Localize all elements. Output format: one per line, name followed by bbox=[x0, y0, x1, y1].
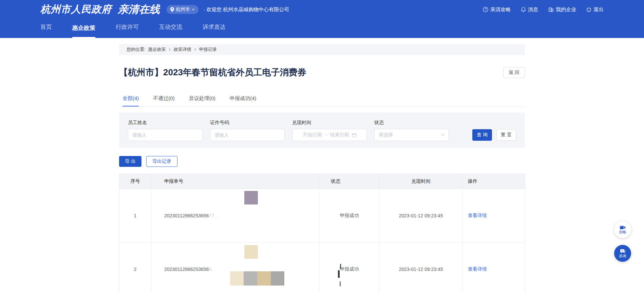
location-pin-icon bbox=[170, 7, 174, 12]
cell-status: 申报成功 bbox=[319, 189, 380, 242]
reset-button[interactable]: 重 置 bbox=[496, 129, 516, 141]
calendar-icon bbox=[352, 133, 356, 137]
id-number-label: 证件号码 bbox=[210, 120, 285, 126]
status-tabs: 全部(4) 不通过(0) 异议处理(0) 申报成功(4) bbox=[119, 95, 525, 106]
bell-icon bbox=[521, 7, 526, 12]
id-number-input[interactable] bbox=[210, 129, 285, 141]
main-nav: 首页 惠企政策 行政许可 互动交流 诉求直达 bbox=[0, 19, 644, 38]
nav-item-licensing[interactable]: 行政许可 bbox=[116, 23, 139, 38]
chevron-down-icon bbox=[441, 134, 444, 136]
filter-actions: 查 询 重 置 bbox=[472, 129, 516, 141]
breadcrumb-item-application-records: 申报记录 bbox=[199, 46, 217, 53]
nav-item-policies[interactable]: 惠企政策 bbox=[72, 24, 95, 38]
cell-order-no: 2023011286625365677… bbox=[151, 189, 319, 242]
menu-label: 退出 bbox=[593, 6, 604, 13]
table-row: 2 202301128662536565… 申报成功 2023-01-12 09… bbox=[119, 242, 525, 293]
chat-bubble-icon bbox=[620, 249, 625, 254]
field-id-number: 证件号码 bbox=[210, 120, 285, 141]
menu-label: 消息 bbox=[528, 6, 538, 13]
cell-index: 1 bbox=[119, 189, 151, 242]
question-circle-icon bbox=[483, 7, 488, 12]
breadcrumb: 您的位置: 惠企政策 > 政策详情 > 申报记录 bbox=[119, 44, 525, 55]
order-no-faded: 77 bbox=[209, 213, 214, 218]
field-status: 状态 请选择 bbox=[374, 120, 449, 141]
records-table: 序号 申报单号 状态 兑现时间 操作 1 2023011286625365677… bbox=[119, 174, 525, 293]
menu-item-guide[interactable]: 亲清攻略 bbox=[483, 6, 511, 13]
redeem-time-label: 兑现时间 bbox=[292, 120, 367, 126]
floating-consult-label: 咨询 bbox=[619, 254, 626, 258]
welcome-text: · 欢迎您 杭州水晶城购物中心有限公司 bbox=[203, 6, 289, 13]
cell-index: 2 bbox=[119, 242, 151, 293]
view-detail-link[interactable]: 查看详情 bbox=[468, 213, 487, 218]
export-button[interactable]: 导 出 bbox=[119, 156, 141, 167]
date-range-picker[interactable]: 开始日期 ~ 结束日期 bbox=[292, 129, 367, 141]
chevron-down-icon bbox=[192, 8, 195, 11]
view-detail-link[interactable]: 查看详情 bbox=[468, 266, 487, 272]
field-employee-name: 员工姓名 bbox=[128, 120, 203, 141]
tab-rejected[interactable]: 不通过(0) bbox=[153, 95, 174, 106]
power-icon bbox=[586, 7, 591, 12]
order-no-text: 20230112866253656 bbox=[164, 267, 209, 272]
table-header-row: 序号 申报单号 状态 兑现时间 操作 bbox=[119, 174, 525, 189]
breadcrumb-prefix: 您的位置: bbox=[127, 46, 146, 53]
breadcrumb-item-policy-detail[interactable]: 政策详情 bbox=[174, 46, 191, 53]
redaction-block bbox=[244, 271, 257, 286]
breadcrumb-separator: > bbox=[194, 47, 196, 52]
nav-item-interaction[interactable]: 互动交流 bbox=[159, 23, 182, 38]
cell-redeem-time: 2023-01-12 09:23:45 bbox=[380, 242, 462, 293]
menu-label: 亲清攻略 bbox=[490, 6, 511, 13]
start-date-placeholder: 开始日期 bbox=[303, 132, 322, 138]
redaction-block bbox=[244, 191, 258, 204]
menu-item-messages[interactable]: 消息 bbox=[521, 6, 538, 13]
redaction-strip bbox=[230, 271, 284, 286]
date-range-separator: ~ bbox=[324, 132, 327, 138]
top-menu: 亲清攻略 消息 我的企业 退出 bbox=[483, 6, 604, 13]
export-toolbar: 导 出 导出记录 bbox=[119, 156, 525, 167]
export-records-button[interactable]: 导出记录 bbox=[146, 156, 177, 167]
floating-guide-button[interactable]: 攻略 bbox=[614, 221, 631, 238]
cell-redeem-time: 2023-01-12 09:23:45 bbox=[380, 189, 462, 242]
floating-guide-label: 攻略 bbox=[619, 230, 626, 234]
nav-item-home[interactable]: 首页 bbox=[40, 23, 52, 38]
col-header-order-no: 申报单号 bbox=[151, 174, 319, 189]
nav-item-appeals[interactable]: 诉求直达 bbox=[203, 23, 226, 38]
order-no-ellipsis: … bbox=[211, 267, 216, 272]
redaction-block bbox=[271, 271, 284, 286]
redaction-smudge bbox=[338, 270, 340, 278]
records-table-wrap: 序号 申报单号 状态 兑现时间 操作 1 2023011286625365677… bbox=[119, 174, 525, 293]
employee-name-label: 员工姓名 bbox=[128, 120, 203, 126]
col-header-redeem-time: 兑现时间 bbox=[380, 174, 462, 189]
employee-name-input[interactable] bbox=[128, 129, 203, 141]
status-select[interactable]: 请选择 bbox=[374, 129, 449, 141]
menu-label: 我的企业 bbox=[556, 6, 576, 13]
building-icon bbox=[548, 7, 554, 12]
breadcrumb-separator: > bbox=[169, 47, 171, 52]
back-button[interactable]: 返 回 bbox=[503, 67, 525, 78]
tab-dispute[interactable]: 异议处理(0) bbox=[189, 95, 215, 106]
col-header-action: 操作 bbox=[462, 174, 525, 189]
field-redeem-time: 兑现时间 开始日期 ~ 结束日期 bbox=[292, 120, 367, 141]
cell-action: 查看详情 bbox=[462, 242, 525, 293]
redaction-smudge bbox=[340, 281, 341, 286]
brand-logo-text: 亲清在线 bbox=[118, 2, 160, 17]
col-header-index: 序号 bbox=[119, 174, 151, 189]
floating-consult-button[interactable]: 咨询 bbox=[614, 245, 631, 262]
menu-item-logout[interactable]: 退出 bbox=[586, 6, 604, 13]
order-no-ellipsis: … bbox=[214, 213, 219, 218]
breadcrumb-item-policies[interactable]: 惠企政策 bbox=[148, 46, 166, 53]
status-label: 状态 bbox=[374, 120, 449, 126]
cell-action: 查看详情 bbox=[462, 189, 525, 242]
cell-status: 申报成功 bbox=[319, 242, 380, 293]
end-date-placeholder: 结束日期 bbox=[330, 132, 349, 138]
order-no-faded: 5 bbox=[209, 267, 211, 272]
top-header-bar: 杭州市人民政府 亲清在线 杭州市 · 欢迎您 杭州水晶城购物中心有限公司 亲清攻… bbox=[0, 0, 644, 19]
status-placeholder: 请选择 bbox=[379, 132, 393, 138]
location-selector[interactable]: 杭州市 bbox=[167, 5, 198, 14]
search-button[interactable]: 查 询 bbox=[472, 129, 492, 141]
menu-item-my-company[interactable]: 我的企业 bbox=[548, 6, 576, 13]
table-row: 1 2023011286625365677… 申报成功 2023-01-12 0… bbox=[119, 189, 525, 242]
title-row: 【杭州市】2023年春节留杭省外员工电子消费券 返 回 bbox=[119, 66, 525, 78]
tab-success[interactable]: 申报成功(4) bbox=[230, 95, 256, 106]
tab-all[interactable]: 全部(4) bbox=[122, 95, 139, 106]
order-no-text: 20230112866253656 bbox=[164, 213, 209, 218]
